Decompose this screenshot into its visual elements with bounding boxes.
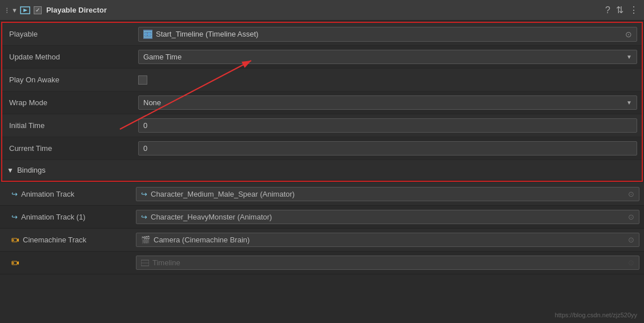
drag-icon: ⁝ xyxy=(6,6,8,15)
wrap-mode-dropdown[interactable]: None ▼ xyxy=(138,95,637,110)
play-on-awake-label: Play On Awake xyxy=(2,75,134,84)
target-icon[interactable]: ⊙ xyxy=(625,30,632,39)
animation-track-icon: ↪ xyxy=(11,190,18,198)
animation-track-value: ↪ Character_Medium_Male_Spear (Animator)… xyxy=(131,187,644,201)
svg-rect-5 xyxy=(148,33,151,36)
animation-track-1-label: ↪ Animation Track (1) xyxy=(0,213,131,221)
watermark: https://blog.csdn.net/zjz520yy xyxy=(555,312,637,318)
play-on-awake-row: Play On Awake xyxy=(2,69,642,91)
svg-marker-1 xyxy=(23,9,27,12)
initial-time-label: Initial Time xyxy=(2,121,134,130)
header-actions: ? ⇅ ⋮ xyxy=(605,5,638,15)
cinemachine-track-value: 🎬 Camera (Cinemachine Brain) ⊙ xyxy=(131,233,644,247)
update-method-dropdown[interactable]: Game Time ▼ xyxy=(138,50,637,64)
binding-target-3[interactable]: ⊙ xyxy=(628,258,634,267)
wrap-mode-arrow: ▼ xyxy=(626,99,632,106)
update-method-row: Update Method Game Time ▼ xyxy=(2,46,642,69)
svg-point-13 xyxy=(13,262,14,264)
more-icon[interactable]: ⋮ xyxy=(629,5,638,15)
camera-icon: 🎬 xyxy=(141,236,150,244)
play-on-awake-value-col xyxy=(134,75,642,85)
cinemachine-track-label: Cinemachine Track xyxy=(0,236,131,245)
anim-value-icon: ↪ xyxy=(141,190,147,198)
empty-value: Timeline ⊙ xyxy=(131,256,644,270)
initial-time-field[interactable]: 0 xyxy=(138,118,637,133)
enabled-checkbox[interactable]: ✓ xyxy=(34,6,42,14)
binding-target-2[interactable]: ⊙ xyxy=(628,236,634,244)
binding-row-cinemachine: Cinemachine Track 🎬 Camera (Cinemachine … xyxy=(0,229,644,252)
current-time-field[interactable]: 0 xyxy=(138,141,637,155)
animation-track-1-value: ↪ Character_HeavyMonster (Animator) ⊙ xyxy=(131,210,644,224)
wrap-mode-value: None xyxy=(143,98,161,107)
empty-label xyxy=(0,258,131,268)
update-method-value: Game Time xyxy=(143,53,182,61)
timeline-icon xyxy=(143,30,152,39)
update-method-label: Update Method xyxy=(2,53,134,61)
binding-target-1[interactable]: ⊙ xyxy=(628,213,634,221)
cinemachine-2-icon xyxy=(11,258,19,268)
bindings-rows: ↪ Animation Track ↪ Character_Medium_Mal… xyxy=(0,183,644,274)
help-icon[interactable]: ? xyxy=(605,5,610,15)
settings-icon[interactable]: ⇅ xyxy=(616,5,623,15)
cinemachine-track-field[interactable]: 🎬 Camera (Cinemachine Brain) ⊙ xyxy=(136,233,639,247)
outlined-properties: Playable Start_Timelin xyxy=(1,22,643,182)
playable-value-col: Start_Timeline (Timeline Asset) ⊙ xyxy=(134,27,642,42)
playable-asset-name: Start_Timeline (Timeline Asset) xyxy=(156,30,259,38)
wrap-mode-value-col: None ▼ xyxy=(134,95,642,110)
initial-time-value-col: 0 xyxy=(134,118,642,133)
initial-time-row: Initial Time 0 xyxy=(2,114,642,137)
properties-section: Playable Start_Timelin xyxy=(0,21,644,183)
collapse-arrow[interactable]: ▼ xyxy=(11,7,18,14)
update-method-value-col: Game Time ▼ xyxy=(134,50,642,64)
playable-asset-field[interactable]: Start_Timeline (Timeline Asset) ⊙ xyxy=(138,27,637,42)
wrap-mode-row: Wrap Mode None ▼ xyxy=(2,91,642,114)
panel-header: ⁝ ▼ ✓ Playable Director ? ⇅ ⋮ xyxy=(0,0,644,21)
playable-row: Playable Start_Timelin xyxy=(2,23,642,46)
binding-target-0[interactable]: ⊙ xyxy=(628,190,634,198)
bindings-label: Bindings xyxy=(17,166,46,174)
play-on-awake-checkbox[interactable] xyxy=(138,75,147,85)
animation-track-1-field[interactable]: ↪ Character_HeavyMonster (Animator) ⊙ xyxy=(136,210,639,224)
animation-track-label: ↪ Animation Track xyxy=(0,190,131,198)
dropdown-arrow: ▼ xyxy=(626,54,632,60)
current-time-row: Current Time 0 xyxy=(2,137,642,160)
playable-director-icon xyxy=(20,5,30,15)
main-content: Playable Start_Timelin xyxy=(0,21,644,323)
playable-label: Playable xyxy=(2,30,134,38)
svg-point-10 xyxy=(13,240,14,241)
binding-row-animation-track-1: ↪ Animation Track (1) ↪ Character_HeavyM… xyxy=(0,206,644,229)
animation-track-1-icon: ↪ xyxy=(11,213,18,221)
current-time-value-col: 0 xyxy=(134,141,642,155)
anim-1-value-icon: ↪ xyxy=(141,213,147,221)
binding-row-animation-track: ↪ Animation Track ↪ Character_Medium_Mal… xyxy=(0,183,644,206)
timeline-small-icon xyxy=(141,258,149,268)
binding-row-empty: Timeline ⊙ xyxy=(0,252,644,274)
wrap-mode-label: Wrap Mode xyxy=(2,98,134,107)
animation-track-field[interactable]: ↪ Character_Medium_Male_Spear (Animator)… xyxy=(136,187,639,201)
svg-rect-4 xyxy=(145,33,147,36)
empty-field[interactable]: Timeline ⊙ xyxy=(136,256,639,270)
panel-title: Playable Director xyxy=(46,6,605,14)
bindings-collapse-arrow[interactable]: ▼ xyxy=(7,166,14,174)
bindings-header: ▼ Bindings xyxy=(2,160,642,181)
current-time-label: Current Time xyxy=(2,144,134,153)
cinemachine-track-icon xyxy=(11,236,19,245)
